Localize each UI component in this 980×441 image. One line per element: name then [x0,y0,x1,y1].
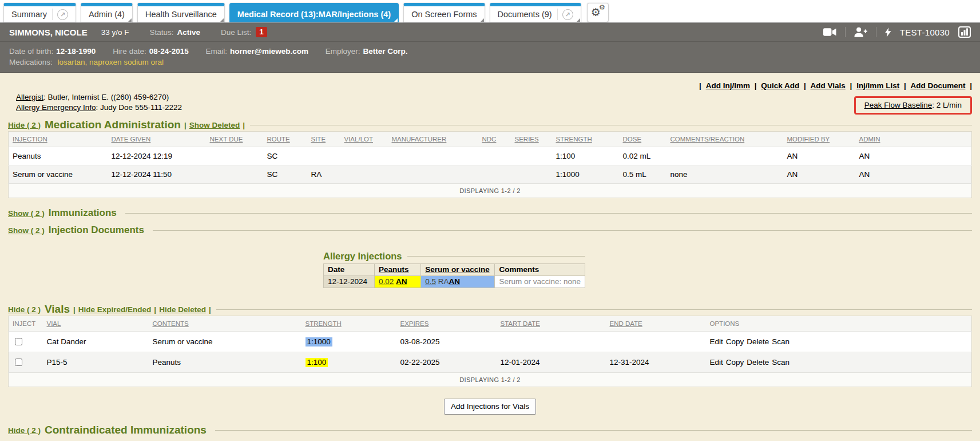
peak-flow-value: 2 L/min [937,101,962,109]
cell-inject [9,332,43,352]
column-header-next-due[interactable]: NEXT DUE [206,132,263,147]
vial-checkbox[interactable] [15,359,22,366]
cell-strength: 1:1000 [301,332,396,352]
column-header-strength[interactable]: STRENGTH [301,316,396,332]
action-links: | Add Inj/Imm | Quick Add | Add Vials | … [8,81,972,90]
tab-divider [52,9,53,20]
cell-manufacturer [388,166,478,184]
show-toggle-link[interactable]: Show ( 2 ) [8,226,45,235]
delete-link[interactable]: Delete [747,358,769,367]
allergist-link[interactable]: Allergist [16,93,43,101]
vial-checkbox[interactable] [15,338,22,345]
column-header-peanuts[interactable]: Peanuts [374,264,420,276]
video-camera-icon[interactable] [823,28,836,36]
cell-options: EditCopyDeleteScan [706,332,972,352]
external-link-icon[interactable]: ↗ [57,9,68,20]
edit-link[interactable]: Edit [710,358,723,367]
quick-add-link[interactable]: Quick Add [761,81,799,90]
table-row: 12-12-2024 0.02 AN 0.5 RAAN Serum or vac… [324,276,585,288]
section-title: Immunizations [49,207,117,219]
hide-toggle-link[interactable]: Hide ( 2 ) [8,121,41,129]
column-header-strength[interactable]: STRENGTH [552,132,619,147]
tab-documents-label: Documents (9) [498,10,552,19]
tab-admin[interactable]: Admin (4) [81,3,133,22]
copy-link[interactable]: Copy [726,358,744,367]
column-header-manufacturer[interactable]: MANUFACTURER [388,132,478,147]
hide-expired-link[interactable]: Hide Expired/Ended [78,305,152,314]
edit-link[interactable]: Edit [710,337,723,346]
show-deleted-link[interactable]: Show Deleted [189,121,240,129]
column-header-contents[interactable]: CONTENTS [149,316,301,332]
dose-link[interactable]: 0.02 [379,277,394,286]
cell-dose: 0.02 mL [619,147,666,166]
cell-contents: Peanuts [149,352,301,373]
hire-date-label: Hire date: [113,47,146,56]
cell-date-given: 12-12-2024 11:50 [108,166,206,184]
patient-header-row2: Date of birth:12-18-1990 Hire date:08-24… [0,41,980,72]
column-header-expires[interactable]: EXPIRES [396,316,497,332]
delete-link[interactable]: Delete [747,337,769,346]
cell-start-date [497,332,606,352]
copy-link[interactable]: Copy [726,337,744,346]
tab-documents[interactable]: Documents (9) ↗ [490,3,581,22]
allergy-emergency-link[interactable]: Allergy Emergency Info [16,103,96,112]
cell-admin: AN [855,147,972,166]
cell-site: RA [307,166,340,184]
hide-toggle-link[interactable]: Hide ( 2 ) [8,426,41,435]
cell-inject [9,352,43,373]
admin-initials-link[interactable]: AN [396,277,407,286]
add-inj-imm-link[interactable]: Add Inj/Imm [706,81,750,90]
lightning-bolt-icon[interactable] [885,27,891,37]
add-vials-link[interactable]: Add Vials [811,81,846,90]
tab-summary[interactable]: Summary ↗ [3,3,76,22]
cell-serum-injection: 0.5 RAAN [421,276,495,288]
peak-flow-baseline-link[interactable]: Peak Flow Baseline [864,101,933,109]
column-header-site[interactable]: SITE [307,132,340,147]
due-list-badge[interactable]: 1 [256,27,267,37]
cell-comments: none [666,166,783,184]
add-person-icon[interactable] [854,27,867,37]
column-header-admin[interactable]: ADMIN [855,132,972,147]
column-header-injection[interactable]: INJECTION [9,132,108,147]
table-row: Serum or vaccine 12-12-2024 11:50 SC RA … [9,166,972,184]
employer-value: Better Corp. [363,47,408,56]
inj-imm-list-link[interactable]: Inj/Imm List [856,81,899,90]
show-toggle-link[interactable]: Show ( 2 ) [8,209,45,218]
cell-end-date [606,332,706,352]
cell-modified-by: AN [783,147,855,166]
medication-link[interactable]: naproxen sodium oral [89,58,164,66]
displaying-text: DISPLAYING 1-2 / 2 [9,373,972,387]
tab-medical-record[interactable]: Medical Record (13):MAR/Injections (4) [229,3,399,22]
column-header-ndc[interactable]: NDC [478,132,511,147]
column-header-start-date[interactable]: START DATE [497,316,606,332]
header-separator [845,27,846,37]
admin-initials-link[interactable]: AN [449,277,460,286]
column-header-comments[interactable]: COMMENTS/REACTION [666,132,783,147]
column-header-dose[interactable]: DOSE [619,132,666,147]
column-header-date-given[interactable]: DATE GIVEN [108,132,206,147]
column-header-vial-lot[interactable]: VIAL/LOT [340,132,388,147]
tab-on-screen-forms[interactable]: On Screen Forms [403,3,485,22]
add-document-link[interactable]: Add Document [910,81,965,90]
external-link-icon[interactable]: ↗ [562,9,573,20]
tab-medical-record-label: Medical Record (13):MAR/Injections (4) [237,10,391,19]
section-rule [215,430,972,431]
bar-chart-icon[interactable] [958,26,971,38]
medication-link[interactable]: losartan [58,58,85,66]
column-header-route[interactable]: ROUTE [263,132,307,147]
tab-health-surveillance[interactable]: Health Surveillance [137,3,225,22]
column-header-vial[interactable]: VIAL [43,316,149,332]
add-injections-for-vials-button[interactable]: Add Injections for Vials [444,399,536,415]
section-medication-administration: Hide ( 2 ) Medication Administration | S… [8,119,972,131]
column-header-series[interactable]: SERIES [511,132,552,147]
settings-tab[interactable]: ⚙ ⚙ [587,3,609,22]
hide-deleted-link[interactable]: Hide Deleted [159,305,206,314]
scan-link[interactable]: Scan [772,358,789,367]
hide-toggle-link[interactable]: Hide ( 2 ) [8,305,41,314]
column-header-modified-by[interactable]: MODIFIED BY [783,132,855,147]
column-header-end-date[interactable]: END DATE [606,316,706,332]
cell-vial: P15-5 [43,352,149,373]
column-header-serum[interactable]: Serum or vaccine [421,264,495,276]
scan-link[interactable]: Scan [772,337,789,346]
dose-link[interactable]: 0.5 [425,277,436,286]
